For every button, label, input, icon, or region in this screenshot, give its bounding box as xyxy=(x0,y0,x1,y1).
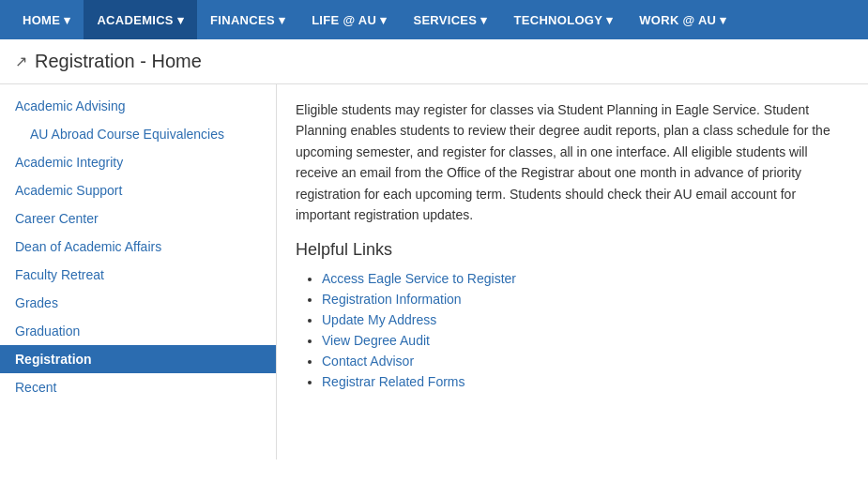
helpful-links-heading: Helpful Links xyxy=(296,240,849,260)
sidebar-item-graduation[interactable]: Graduation xyxy=(0,317,276,345)
list-item: Registrar Related Forms xyxy=(322,374,849,389)
link-registration-info[interactable]: Registration Information xyxy=(322,292,462,307)
nav-work[interactable]: WORK @ AU ▾ xyxy=(626,0,739,39)
nav-home[interactable]: HOME ▾ xyxy=(9,0,84,39)
sidebar-item-registration[interactable]: Registration xyxy=(0,345,276,373)
link-contact-advisor[interactable]: Contact Advisor xyxy=(322,354,414,369)
link-view-degree-audit[interactable]: View Degree Audit xyxy=(322,333,430,348)
list-item: Access Eagle Service to Register xyxy=(322,271,849,286)
share-icon: ↗ xyxy=(15,53,27,70)
link-update-address[interactable]: Update My Address xyxy=(322,312,436,327)
nav-technology[interactable]: TECHNOLOGY ▾ xyxy=(501,0,627,39)
list-item: View Degree Audit xyxy=(322,333,849,348)
link-registrar-forms[interactable]: Registrar Related Forms xyxy=(322,374,465,389)
sidebar-item-faculty-retreat[interactable]: Faculty Retreat xyxy=(0,261,276,289)
page-title: Registration - Home xyxy=(35,51,202,72)
sidebar-item-au-abroad[interactable]: AU Abroad Course Equivalencies xyxy=(0,120,276,148)
sidebar-item-dean[interactable]: Dean of Academic Affairs xyxy=(0,233,276,261)
nav-life[interactable]: LIFE @ AU ▾ xyxy=(298,0,400,39)
nav-finances[interactable]: FINANCES ▾ xyxy=(197,0,298,39)
content-area: Eligible students may register for class… xyxy=(277,84,868,459)
main-layout: Academic Advising AU Abroad Course Equiv… xyxy=(0,84,868,459)
helpful-links-list: Access Eagle Service to Register Registr… xyxy=(296,271,849,389)
sidebar-item-career-center[interactable]: Career Center xyxy=(0,204,276,233)
list-item: Contact Advisor xyxy=(322,354,849,369)
sidebar-item-academic-advising[interactable]: Academic Advising xyxy=(0,92,276,120)
list-item: Registration Information xyxy=(322,292,849,307)
list-item: Update My Address xyxy=(322,312,849,327)
sidebar-item-recent[interactable]: Recent xyxy=(0,373,276,401)
top-nav: HOME ▾ ACADEMICS ▾ FINANCES ▾ LIFE @ AU … xyxy=(0,0,868,39)
nav-services[interactable]: SERVICES ▾ xyxy=(400,0,500,39)
page-title-bar: ↗ Registration - Home xyxy=(0,39,868,84)
sidebar-item-academic-integrity[interactable]: Academic Integrity xyxy=(0,148,276,176)
nav-academics[interactable]: ACADEMICS ▾ xyxy=(84,0,197,39)
body-text: Eligible students may register for class… xyxy=(296,99,849,225)
sidebar: Academic Advising AU Abroad Course Equiv… xyxy=(0,84,277,459)
sidebar-item-academic-support[interactable]: Academic Support xyxy=(0,176,276,204)
sidebar-item-grades[interactable]: Grades xyxy=(0,289,276,317)
link-eagle-service[interactable]: Access Eagle Service to Register xyxy=(322,271,516,286)
